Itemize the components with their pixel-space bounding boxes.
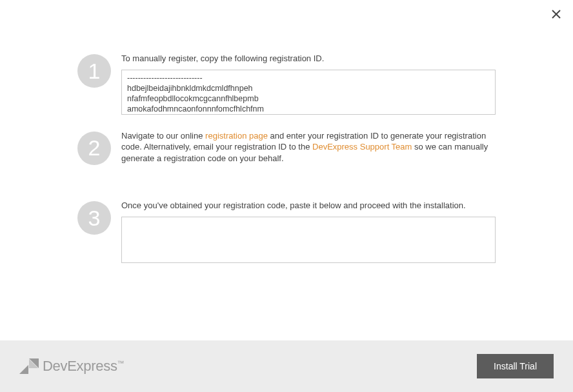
step-2-label: Navigate to our online registration page… xyxy=(121,130,496,164)
close-icon xyxy=(551,9,561,19)
svg-marker-2 xyxy=(19,365,28,374)
step-2: 2 Navigate to our online registration pa… xyxy=(77,130,496,170)
registration-steps: 1 To manually register, copy the followi… xyxy=(0,53,573,280)
step-2-text-a: Navigate to our online xyxy=(121,131,205,141)
step-2-badge: 2 xyxy=(77,132,111,165)
reg-line: hdbejlbeidajihbnkldmkdcmldfhnpeh xyxy=(127,83,490,93)
registration-id-box[interactable]: ---------------------------- hdbejlbeida… xyxy=(121,70,496,115)
install-trial-button[interactable]: Install Trial xyxy=(477,354,554,378)
reg-line: nfafmfeopbdllocokmcgcannfhlbepmb xyxy=(127,93,490,104)
step-3-label: Once you've obtained your registration c… xyxy=(121,200,496,211)
logo-tm: ™ xyxy=(117,359,125,367)
step-3-badge: 3 xyxy=(77,201,111,235)
support-team-link[interactable]: DevExpress Support Team xyxy=(312,142,412,152)
registration-code-input[interactable] xyxy=(121,217,496,263)
step-3: 3 Once you've obtained your registration… xyxy=(77,200,496,265)
devexpress-logo: DevExpress™ xyxy=(19,358,124,375)
close-button[interactable] xyxy=(551,9,561,19)
footer: DevExpress™ Install Trial xyxy=(0,340,573,392)
step-1: 1 To manually register, copy the followi… xyxy=(77,53,496,115)
step-1-label: To manually register, copy the following… xyxy=(121,53,496,64)
logo-text: DevExpress xyxy=(43,358,117,374)
reg-line: ---------------------------- xyxy=(127,73,490,83)
reg-line: amokafodhmncaonfonnnfomcfhlchfnm xyxy=(127,104,490,114)
logo-icon xyxy=(19,358,39,374)
step-1-badge: 1 xyxy=(77,54,111,88)
registration-page-link[interactable]: registration page xyxy=(205,131,268,141)
